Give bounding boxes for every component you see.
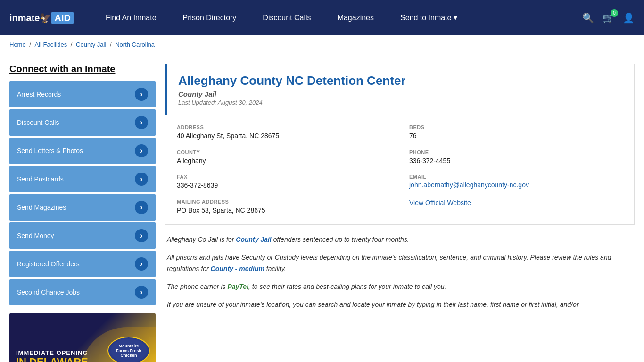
phone-label: PHONE [409, 149, 623, 155]
arrow-icon: › [135, 201, 148, 214]
logo-aid: AID [51, 12, 73, 24]
mailing-address-value: PO Box 53, Sparta, NC 28675 [177, 206, 390, 215]
arrow-icon: › [135, 229, 148, 242]
main-content: Connect with an Inmate Arrest Records › … [0, 54, 644, 362]
detail-mailing-address: MAILING ADDRESS PO Box 53, Sparta, NC 28… [177, 199, 390, 215]
header-icons: 🔍 🛒 0 👤 [582, 12, 635, 24]
desc-link-county-jail[interactable]: County Jail [236, 236, 271, 243]
arrow-icon: › [135, 88, 148, 101]
facility-name: Alleghany County NC Detention Center [178, 74, 623, 88]
sidebar-menu: Arrest Records › Discount Calls › Send L… [9, 81, 156, 305]
desc-para1: Alleghany Co Jail is for County Jail off… [167, 234, 633, 246]
cart-badge: 0 [611, 9, 618, 17]
sidebar-item-discount-calls[interactable]: Discount Calls › [9, 109, 156, 136]
ad-logo: Mountaire Farms Fresh Chicken [107, 337, 150, 362]
facility-details: ADDRESS 40 Alleghany St, Sparta, NC 2867… [165, 115, 635, 225]
breadcrumb-north-carolina[interactable]: North Carolina [115, 41, 155, 48]
sidebar-item-send-money[interactable]: Send Money › [9, 222, 156, 249]
facility-header: Alleghany County NC Detention Center Cou… [165, 64, 635, 115]
arrow-icon: › [135, 173, 148, 186]
phone-value: 336-372-4455 [409, 156, 623, 166]
sidebar-title: Connect with an Inmate [9, 64, 156, 74]
nav-prison-directory[interactable]: Prison Directory [170, 14, 250, 22]
address-label: ADDRESS [177, 124, 390, 130]
beds-value: 76 [409, 132, 623, 141]
nav-magazines[interactable]: Magazines [324, 14, 387, 22]
beds-label: BEDS [409, 124, 623, 130]
search-icon[interactable]: 🔍 [582, 12, 594, 24]
arrow-icon: › [135, 257, 148, 271]
nav-find-inmate[interactable]: Find An Inmate [92, 14, 170, 22]
mailing-address-label: MAILING ADDRESS [177, 199, 390, 205]
website-link[interactable]: View Official Website [409, 199, 471, 206]
detail-email: EMAIL john.abernathy@alleghanycounty-nc.… [409, 174, 623, 190]
cart-icon[interactable]: 🛒 0 [603, 12, 614, 24]
desc-para4: If you are unsure of your inmate's locat… [167, 299, 633, 311]
user-icon[interactable]: 👤 [623, 12, 635, 24]
right-content: Alleghany County NC Detention Center Cou… [165, 64, 635, 362]
fax-label: FAX [177, 174, 390, 180]
sidebar: Connect with an Inmate Arrest Records › … [9, 64, 156, 362]
detail-beds: BEDS 76 [409, 124, 623, 141]
facility-updated: Last Updated: August 30, 2024 [178, 99, 623, 106]
desc-para3: The phone carrier is PayTel, to see thei… [167, 281, 633, 293]
email-link[interactable]: john.abernathy@alleghanycounty-nc.gov [409, 181, 529, 189]
breadcrumb: Home / All Facilities / County Jail / No… [0, 35, 644, 54]
detail-county: COUNTY Alleghany [177, 149, 390, 166]
main-nav: Find An Inmate Prison Directory Discount… [92, 13, 582, 22]
sidebar-item-second-chance-jobs[interactable]: Second Chance Jobs › [9, 279, 156, 305]
sidebar-item-registered-offenders[interactable]: Registered Offenders › [9, 251, 156, 277]
detail-phone: PHONE 336-372-4455 [409, 149, 623, 166]
desc-link-county-medium[interactable]: County - medium [211, 265, 264, 272]
breadcrumb-home[interactable]: Home [9, 41, 26, 48]
detail-fax: FAX 336-372-8639 [177, 174, 390, 190]
county-value: Alleghany [177, 156, 390, 166]
facility-type: County Jail [178, 90, 623, 98]
arrow-icon: › [135, 116, 148, 129]
sidebar-item-send-magazines[interactable]: Send Magazines › [9, 194, 156, 221]
detail-website: View Official Website [409, 199, 623, 215]
breadcrumb-county-jail[interactable]: County Jail [76, 41, 106, 48]
nav-discount-calls[interactable]: Discount Calls [249, 14, 324, 22]
logo-text: inmate🦅AID [9, 12, 74, 24]
county-label: COUNTY [177, 149, 390, 155]
breadcrumb-all-facilities[interactable]: All Facilities [35, 41, 67, 48]
logo[interactable]: inmate🦅AID [9, 12, 74, 24]
sidebar-item-send-postcards[interactable]: Send Postcards › [9, 166, 156, 192]
fax-value: 336-372-8639 [177, 181, 390, 190]
ad-banner[interactable]: IMMEDIATE OPENING IN DELAWARE Mountaire … [9, 313, 156, 362]
desc-link-paytel[interactable]: PayTel [227, 283, 248, 290]
arrow-icon: › [135, 144, 148, 157]
email-label: EMAIL [409, 174, 623, 180]
sidebar-item-send-letters[interactable]: Send Letters & Photos › [9, 138, 156, 164]
arrow-icon: › [135, 286, 148, 299]
nav-send-to-inmate[interactable]: Send to Inmate ▾ [387, 13, 471, 22]
site-header: inmate🦅AID Find An Inmate Prison Directo… [0, 0, 644, 35]
facility-description: Alleghany Co Jail is for County Jail off… [165, 225, 635, 310]
detail-address: ADDRESS 40 Alleghany St, Sparta, NC 2867… [177, 124, 390, 141]
sidebar-item-arrest-records[interactable]: Arrest Records › [9, 81, 156, 107]
address-value: 40 Alleghany St, Sparta, NC 28675 [177, 132, 390, 141]
desc-para2: All prisons and jails have Security or C… [167, 252, 633, 275]
